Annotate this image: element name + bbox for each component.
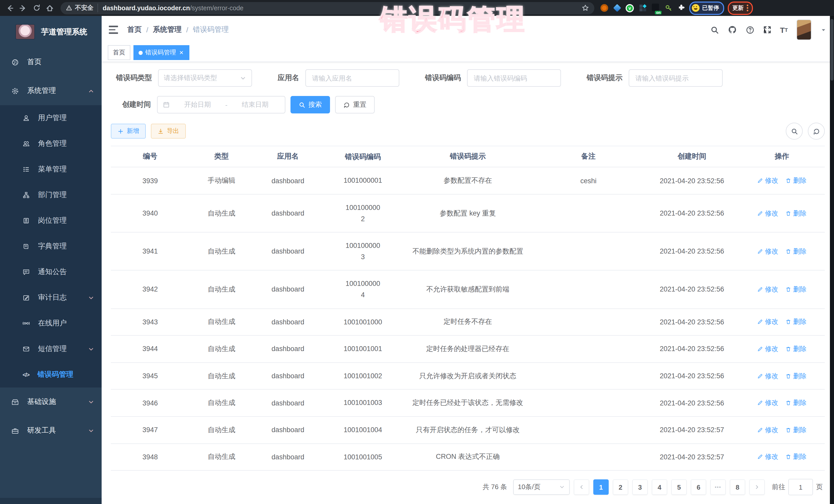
next-page-button[interactable] xyxy=(749,479,765,495)
edit-link[interactable]: 修改 xyxy=(757,247,778,256)
edit-link[interactable]: 修改 xyxy=(757,344,778,354)
scrollbar-thumb[interactable] xyxy=(830,19,833,81)
prev-page-button[interactable] xyxy=(574,479,589,495)
error-hint-input[interactable] xyxy=(634,74,717,82)
total-count: 共 76 条 xyxy=(483,482,507,492)
delete-link[interactable]: 删除 xyxy=(786,176,807,185)
edit-link[interactable]: 修改 xyxy=(757,176,778,185)
breadcrumb-home[interactable]: 首页 xyxy=(127,25,142,35)
table-row: 3941自动生成dashboard100100000 3不能删除类型为系统内置的… xyxy=(111,233,825,270)
breadcrumb-system[interactable]: 系统管理 xyxy=(153,25,182,35)
add-button[interactable]: 新增 xyxy=(111,124,146,138)
sidebar-item-notices[interactable]: 通知公告 xyxy=(0,259,102,285)
refresh-table-button[interactable] xyxy=(808,123,825,139)
sidebar-item-infrastructure[interactable]: 基础设施 xyxy=(0,388,102,416)
extension-grid-icon[interactable] xyxy=(638,3,647,13)
extension-on-badge-icon[interactable]: on xyxy=(651,3,660,13)
close-tab-icon[interactable] xyxy=(179,50,184,56)
create-time-range-picker[interactable]: 开始日期 - 结束日期 xyxy=(157,96,285,113)
browser-menu-icon[interactable] xyxy=(747,5,748,11)
extension-key-icon[interactable] xyxy=(664,3,673,13)
reset-button[interactable]: 重置 xyxy=(335,96,375,113)
page-ellipsis-button[interactable]: ••• xyxy=(710,479,726,495)
extension-gem-icon[interactable] xyxy=(612,3,621,13)
trash-icon xyxy=(786,427,792,433)
not-secure-warning[interactable]: 不安全 xyxy=(66,4,98,12)
browser-update-button[interactable]: 更新 xyxy=(728,1,753,15)
sidebar-item-online-users[interactable]: 在线用户 xyxy=(0,310,102,336)
tab-error-code[interactable]: 错误码管理 xyxy=(133,45,190,60)
page-button-2[interactable]: 2 xyxy=(613,479,628,495)
sidebar-item-home[interactable]: 首页 xyxy=(0,48,102,76)
edit-link[interactable]: 修改 xyxy=(757,425,778,435)
page-button-1[interactable]: 1 xyxy=(593,479,609,495)
delete-link[interactable]: 删除 xyxy=(786,209,807,218)
browser-forward-button[interactable] xyxy=(17,1,30,15)
browser-scrollbar[interactable] xyxy=(830,16,834,504)
cell-type: 自动生成 xyxy=(190,364,254,388)
edit-link[interactable]: 修改 xyxy=(757,398,778,408)
tab-home[interactable]: 首页 xyxy=(108,45,130,60)
page-size-select[interactable]: 10条/页 xyxy=(513,479,570,495)
profile-paused-chip[interactable]: 已暂停 xyxy=(689,1,724,15)
delete-link[interactable]: 删除 xyxy=(786,285,807,294)
fullscreen-icon[interactable] xyxy=(763,26,771,34)
delete-link[interactable]: 删除 xyxy=(786,453,807,462)
search-button[interactable]: 搜索 xyxy=(290,96,330,113)
avatar-caret-down-icon[interactable] xyxy=(820,26,827,33)
page-button-4[interactable]: 4 xyxy=(652,479,667,495)
github-icon[interactable] xyxy=(727,25,737,35)
user-avatar[interactable] xyxy=(796,20,811,40)
app-logo-row[interactable]: 芋道管理系统 xyxy=(0,16,102,48)
edit-link[interactable]: 修改 xyxy=(757,285,778,294)
bookmark-star-icon[interactable] xyxy=(581,4,589,12)
sidebar-item-menus[interactable]: 菜单管理 xyxy=(0,156,102,182)
page-button-5[interactable]: 5 xyxy=(671,479,687,495)
extension-vue-devtools-icon[interactable]: v xyxy=(625,3,634,13)
cell-code: 1001001000 xyxy=(322,309,403,335)
edit-link[interactable]: 修改 xyxy=(757,453,778,462)
export-button[interactable]: 导出 xyxy=(151,124,186,138)
header-search-icon[interactable] xyxy=(710,25,719,34)
paused-label: 已暂停 xyxy=(702,4,719,12)
hamburger-icon[interactable] xyxy=(109,24,120,36)
error-type-select[interactable]: 请选择错误码类型 xyxy=(158,69,252,87)
page-button-3[interactable]: 3 xyxy=(632,479,648,495)
help-icon[interactable] xyxy=(745,25,754,34)
extension-orange-icon[interactable] xyxy=(599,3,609,13)
warning-icon xyxy=(66,5,72,11)
error-code-input[interactable] xyxy=(473,74,555,82)
delete-link[interactable]: 删除 xyxy=(786,317,807,327)
page-button-6[interactable]: 6 xyxy=(691,479,706,495)
edit-link[interactable]: 修改 xyxy=(757,209,778,218)
toggle-search-button[interactable] xyxy=(786,123,803,139)
sidebar-item-roles[interactable]: 角色管理 xyxy=(0,131,102,156)
delete-link[interactable]: 删除 xyxy=(786,425,807,435)
delete-link[interactable]: 删除 xyxy=(786,344,807,354)
app-name-input[interactable] xyxy=(311,74,394,82)
user-icon xyxy=(23,114,30,122)
sidebar-item-error-code[interactable]: </>错误码管理 xyxy=(0,362,102,388)
sidebar-item-dev-tools[interactable]: 研发工具 xyxy=(0,416,102,445)
sidebar-item-positions[interactable]: 岗位管理 xyxy=(0,208,102,234)
list-icon xyxy=(23,166,30,173)
sidebar-item-sms[interactable]: 短信管理 xyxy=(0,336,102,362)
delete-link[interactable]: 删除 xyxy=(786,398,807,408)
font-size-icon[interactable]: TT xyxy=(780,25,788,34)
sidebar-item-dictionary[interactable]: 字典管理 xyxy=(0,234,102,259)
sidebar-item-departments[interactable]: 部门管理 xyxy=(0,182,102,208)
page-button-8[interactable]: 8 xyxy=(730,479,745,495)
delete-link[interactable]: 删除 xyxy=(786,247,807,256)
sidebar-item-system[interactable]: 系统管理 xyxy=(0,76,102,105)
edit-link[interactable]: 修改 xyxy=(757,317,778,327)
cell-type: 自动生成 xyxy=(190,310,254,334)
extensions-puzzle-icon[interactable] xyxy=(676,3,686,13)
delete-link[interactable]: 删除 xyxy=(786,371,807,380)
browser-back-button[interactable] xyxy=(3,1,17,15)
goto-page-input[interactable] xyxy=(788,479,813,495)
edit-link[interactable]: 修改 xyxy=(757,371,778,380)
browser-reload-button[interactable] xyxy=(30,1,43,15)
browser-home-button[interactable] xyxy=(43,1,57,15)
sidebar-item-audit-log[interactable]: 审计日志 xyxy=(0,285,102,310)
sidebar-item-users[interactable]: 用户管理 xyxy=(0,105,102,131)
